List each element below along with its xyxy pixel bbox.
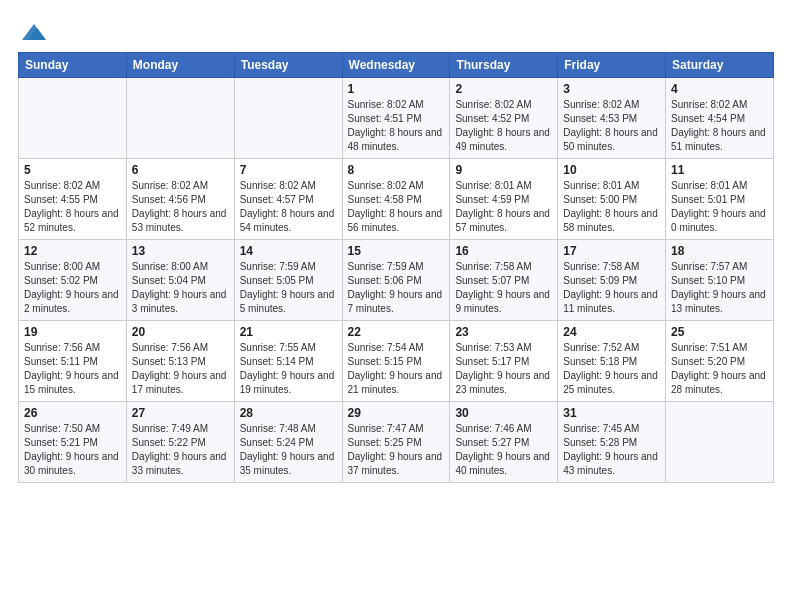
cell-day-number: 4 bbox=[671, 82, 768, 96]
cell-day-number: 24 bbox=[563, 325, 660, 339]
logo bbox=[18, 18, 48, 42]
weekday-header-saturday: Saturday bbox=[666, 53, 774, 78]
calendar-cell: 13Sunrise: 8:00 AMSunset: 5:04 PMDayligh… bbox=[126, 240, 234, 321]
cell-sunrise: Sunrise: 7:56 AM bbox=[132, 342, 208, 353]
cell-info: Sunrise: 8:00 AMSunset: 5:04 PMDaylight:… bbox=[132, 260, 229, 316]
calendar-table: SundayMondayTuesdayWednesdayThursdayFrid… bbox=[18, 52, 774, 483]
calendar-week-row: 26Sunrise: 7:50 AMSunset: 5:21 PMDayligh… bbox=[19, 402, 774, 483]
weekday-header-wednesday: Wednesday bbox=[342, 53, 450, 78]
cell-sunset: Sunset: 5:15 PM bbox=[348, 356, 422, 367]
cell-daylight: Daylight: 8 hours and 54 minutes. bbox=[240, 208, 335, 233]
cell-sunset: Sunset: 5:00 PM bbox=[563, 194, 637, 205]
cell-daylight: Daylight: 9 hours and 3 minutes. bbox=[132, 289, 227, 314]
cell-daylight: Daylight: 9 hours and 9 minutes. bbox=[455, 289, 550, 314]
weekday-header-friday: Friday bbox=[558, 53, 666, 78]
cell-daylight: Daylight: 9 hours and 5 minutes. bbox=[240, 289, 335, 314]
cell-daylight: Daylight: 9 hours and 37 minutes. bbox=[348, 451, 443, 476]
cell-sunrise: Sunrise: 8:01 AM bbox=[455, 180, 531, 191]
calendar-week-row: 19Sunrise: 7:56 AMSunset: 5:11 PMDayligh… bbox=[19, 321, 774, 402]
cell-sunset: Sunset: 4:58 PM bbox=[348, 194, 422, 205]
calendar-week-row: 12Sunrise: 8:00 AMSunset: 5:02 PMDayligh… bbox=[19, 240, 774, 321]
cell-day-number: 25 bbox=[671, 325, 768, 339]
cell-info: Sunrise: 7:58 AMSunset: 5:09 PMDaylight:… bbox=[563, 260, 660, 316]
page: SundayMondayTuesdayWednesdayThursdayFrid… bbox=[0, 0, 792, 612]
calendar-cell: 18Sunrise: 7:57 AMSunset: 5:10 PMDayligh… bbox=[666, 240, 774, 321]
cell-sunrise: Sunrise: 8:02 AM bbox=[132, 180, 208, 191]
calendar-cell: 5Sunrise: 8:02 AMSunset: 4:55 PMDaylight… bbox=[19, 159, 127, 240]
cell-daylight: Daylight: 9 hours and 2 minutes. bbox=[24, 289, 119, 314]
cell-info: Sunrise: 7:57 AMSunset: 5:10 PMDaylight:… bbox=[671, 260, 768, 316]
cell-daylight: Daylight: 8 hours and 52 minutes. bbox=[24, 208, 119, 233]
calendar-week-row: 1Sunrise: 8:02 AMSunset: 4:51 PMDaylight… bbox=[19, 78, 774, 159]
cell-info: Sunrise: 7:46 AMSunset: 5:27 PMDaylight:… bbox=[455, 422, 552, 478]
calendar-cell: 30Sunrise: 7:46 AMSunset: 5:27 PMDayligh… bbox=[450, 402, 558, 483]
cell-info: Sunrise: 7:47 AMSunset: 5:25 PMDaylight:… bbox=[348, 422, 445, 478]
cell-sunset: Sunset: 4:56 PM bbox=[132, 194, 206, 205]
cell-day-number: 11 bbox=[671, 163, 768, 177]
calendar-cell bbox=[126, 78, 234, 159]
cell-info: Sunrise: 7:56 AMSunset: 5:13 PMDaylight:… bbox=[132, 341, 229, 397]
cell-daylight: Daylight: 8 hours and 57 minutes. bbox=[455, 208, 550, 233]
cell-daylight: Daylight: 9 hours and 7 minutes. bbox=[348, 289, 443, 314]
cell-sunrise: Sunrise: 7:59 AM bbox=[348, 261, 424, 272]
cell-info: Sunrise: 7:50 AMSunset: 5:21 PMDaylight:… bbox=[24, 422, 121, 478]
cell-sunset: Sunset: 5:01 PM bbox=[671, 194, 745, 205]
cell-daylight: Daylight: 8 hours and 51 minutes. bbox=[671, 127, 766, 152]
cell-sunset: Sunset: 4:57 PM bbox=[240, 194, 314, 205]
calendar-cell: 27Sunrise: 7:49 AMSunset: 5:22 PMDayligh… bbox=[126, 402, 234, 483]
cell-sunset: Sunset: 5:09 PM bbox=[563, 275, 637, 286]
calendar-cell: 12Sunrise: 8:00 AMSunset: 5:02 PMDayligh… bbox=[19, 240, 127, 321]
calendar-cell: 14Sunrise: 7:59 AMSunset: 5:05 PMDayligh… bbox=[234, 240, 342, 321]
cell-sunset: Sunset: 5:13 PM bbox=[132, 356, 206, 367]
cell-sunset: Sunset: 4:54 PM bbox=[671, 113, 745, 124]
cell-sunrise: Sunrise: 7:45 AM bbox=[563, 423, 639, 434]
cell-info: Sunrise: 7:56 AMSunset: 5:11 PMDaylight:… bbox=[24, 341, 121, 397]
cell-sunrise: Sunrise: 8:00 AM bbox=[24, 261, 100, 272]
calendar-cell bbox=[666, 402, 774, 483]
calendar-cell bbox=[234, 78, 342, 159]
cell-day-number: 27 bbox=[132, 406, 229, 420]
cell-info: Sunrise: 8:02 AMSunset: 4:57 PMDaylight:… bbox=[240, 179, 337, 235]
cell-sunset: Sunset: 5:17 PM bbox=[455, 356, 529, 367]
cell-sunrise: Sunrise: 7:50 AM bbox=[24, 423, 100, 434]
cell-info: Sunrise: 7:49 AMSunset: 5:22 PMDaylight:… bbox=[132, 422, 229, 478]
calendar-cell: 22Sunrise: 7:54 AMSunset: 5:15 PMDayligh… bbox=[342, 321, 450, 402]
calendar-cell: 24Sunrise: 7:52 AMSunset: 5:18 PMDayligh… bbox=[558, 321, 666, 402]
cell-day-number: 13 bbox=[132, 244, 229, 258]
cell-day-number: 31 bbox=[563, 406, 660, 420]
cell-sunrise: Sunrise: 8:02 AM bbox=[563, 99, 639, 110]
cell-daylight: Daylight: 9 hours and 11 minutes. bbox=[563, 289, 658, 314]
calendar-cell: 19Sunrise: 7:56 AMSunset: 5:11 PMDayligh… bbox=[19, 321, 127, 402]
cell-sunset: Sunset: 5:25 PM bbox=[348, 437, 422, 448]
cell-day-number: 29 bbox=[348, 406, 445, 420]
cell-daylight: Daylight: 9 hours and 19 minutes. bbox=[240, 370, 335, 395]
cell-daylight: Daylight: 9 hours and 25 minutes. bbox=[563, 370, 658, 395]
cell-day-number: 12 bbox=[24, 244, 121, 258]
calendar-cell: 7Sunrise: 8:02 AMSunset: 4:57 PMDaylight… bbox=[234, 159, 342, 240]
cell-info: Sunrise: 8:00 AMSunset: 5:02 PMDaylight:… bbox=[24, 260, 121, 316]
cell-info: Sunrise: 8:02 AMSunset: 4:53 PMDaylight:… bbox=[563, 98, 660, 154]
cell-day-number: 28 bbox=[240, 406, 337, 420]
cell-sunset: Sunset: 5:21 PM bbox=[24, 437, 98, 448]
calendar-cell: 4Sunrise: 8:02 AMSunset: 4:54 PMDaylight… bbox=[666, 78, 774, 159]
cell-sunrise: Sunrise: 8:02 AM bbox=[24, 180, 100, 191]
cell-info: Sunrise: 8:02 AMSunset: 4:55 PMDaylight:… bbox=[24, 179, 121, 235]
cell-day-number: 8 bbox=[348, 163, 445, 177]
cell-sunset: Sunset: 5:02 PM bbox=[24, 275, 98, 286]
cell-sunset: Sunset: 4:51 PM bbox=[348, 113, 422, 124]
cell-day-number: 15 bbox=[348, 244, 445, 258]
cell-info: Sunrise: 8:02 AMSunset: 4:58 PMDaylight:… bbox=[348, 179, 445, 235]
cell-day-number: 3 bbox=[563, 82, 660, 96]
cell-sunrise: Sunrise: 8:01 AM bbox=[671, 180, 747, 191]
cell-info: Sunrise: 7:53 AMSunset: 5:17 PMDaylight:… bbox=[455, 341, 552, 397]
cell-daylight: Daylight: 9 hours and 43 minutes. bbox=[563, 451, 658, 476]
cell-daylight: Daylight: 9 hours and 30 minutes. bbox=[24, 451, 119, 476]
calendar-cell: 25Sunrise: 7:51 AMSunset: 5:20 PMDayligh… bbox=[666, 321, 774, 402]
calendar-cell: 11Sunrise: 8:01 AMSunset: 5:01 PMDayligh… bbox=[666, 159, 774, 240]
weekday-header-thursday: Thursday bbox=[450, 53, 558, 78]
cell-daylight: Daylight: 8 hours and 49 minutes. bbox=[455, 127, 550, 152]
cell-sunrise: Sunrise: 8:02 AM bbox=[671, 99, 747, 110]
cell-sunrise: Sunrise: 8:00 AM bbox=[132, 261, 208, 272]
cell-info: Sunrise: 8:02 AMSunset: 4:52 PMDaylight:… bbox=[455, 98, 552, 154]
weekday-header-monday: Monday bbox=[126, 53, 234, 78]
